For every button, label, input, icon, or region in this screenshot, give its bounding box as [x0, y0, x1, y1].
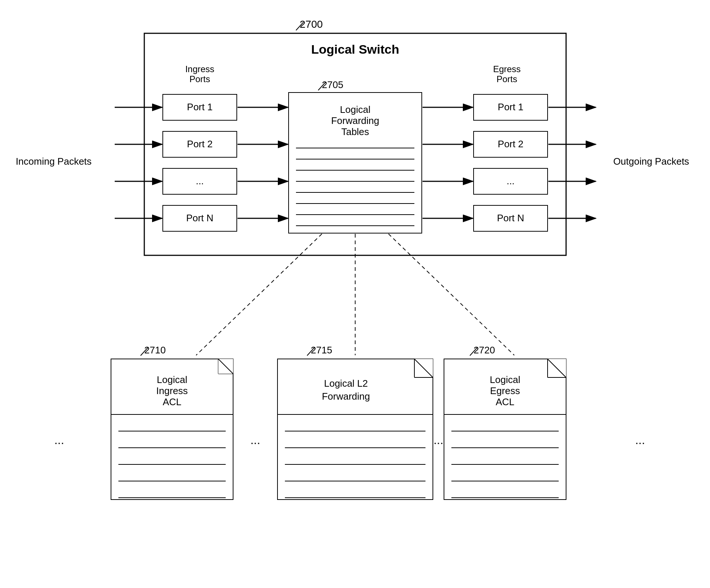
ref-2715: 2715 — [311, 345, 332, 356]
egress-port-dots-label: ... — [507, 175, 515, 187]
ingress-ports-label: Ingress — [185, 64, 215, 74]
ref-2720: 2720 — [474, 345, 495, 356]
l2-title2: Forwarding — [322, 391, 370, 402]
ref-2700: 2700 — [300, 19, 323, 30]
forwarding-tables-title3: Tables — [341, 126, 369, 137]
egress-ports-label: Egress — [493, 64, 521, 74]
ingress-acl-title1: Logical — [157, 374, 187, 385]
incoming-packets-label: Incoming Packets — [16, 156, 91, 167]
egress-acl-title1: Logical — [490, 374, 520, 385]
dots-far-right: ... — [635, 433, 645, 447]
egress-portN-label: Port N — [497, 212, 524, 224]
ref-2705: 2705 — [322, 79, 343, 90]
dots-mid-right: ... — [434, 433, 444, 447]
ingress-acl-title3: ACL — [163, 396, 182, 407]
logical-switch-title: Logical Switch — [311, 42, 399, 56]
dots-mid-left: ... — [250, 433, 260, 447]
forwarding-tables-title: Logical — [340, 104, 370, 115]
ingress-port-dots-label: ... — [196, 175, 204, 187]
outgoing-packets-label: Outgoing Packets — [613, 156, 689, 167]
ingress-port2-label: Port 2 — [187, 138, 212, 149]
ingress-port1-label: Port 1 — [187, 101, 212, 112]
ingress-acl-title2: Ingress — [156, 385, 188, 396]
egress-port1-label: Port 1 — [498, 101, 523, 112]
l2-title1: Logical L2 — [324, 378, 368, 389]
ingress-ports-label2: Ports — [189, 74, 210, 84]
ingress-portN-label: Port N — [186, 212, 213, 224]
ref-2710: 2710 — [144, 345, 166, 356]
diagram-container: 2700 Logical Switch Ingress Ports Egress… — [0, 0, 710, 588]
egress-acl-title3: ACL — [496, 396, 515, 407]
egress-port2-label: Port 2 — [498, 138, 523, 149]
forwarding-tables-title2: Forwarding — [331, 115, 379, 126]
dots-far-left: ... — [54, 433, 64, 447]
egress-acl-title2: Egress — [490, 385, 520, 396]
egress-ports-label2: Ports — [497, 74, 517, 84]
